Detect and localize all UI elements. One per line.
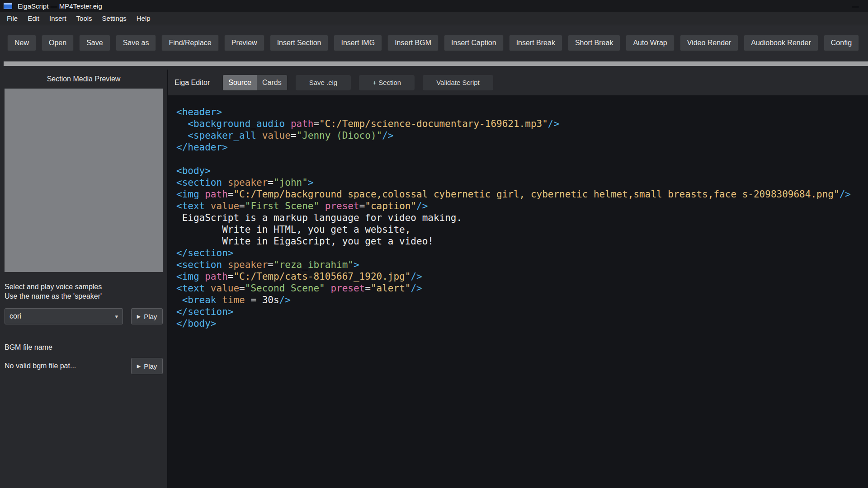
code-line: <img path="C:/Temp/background space,colo… — [176, 188, 868, 200]
toolbar-save-as-button[interactable]: Save as — [116, 35, 156, 51]
code-token: </section> — [176, 306, 233, 317]
code-token: value — [262, 130, 291, 141]
code-token: = — [239, 283, 245, 294]
code-token: <text — [176, 283, 211, 294]
code-token: /> — [410, 283, 422, 294]
code-token: Write in EigaScript, you get a video! — [176, 236, 434, 247]
menu-help[interactable]: Help — [132, 12, 156, 24]
code-line: <text value="Second Scene" preset="alert… — [176, 282, 868, 294]
code-token: value — [211, 201, 239, 211]
bgm-play-button[interactable]: ▶ Play — [131, 358, 163, 374]
code-line: <speaker_all value="Jenny (Dioco)"/> — [176, 130, 868, 141]
voice-hints: Select and play voice samples Use the na… — [5, 282, 167, 301]
toolbar-video-render-button[interactable]: Video Render — [680, 35, 739, 51]
menu-file[interactable]: File — [2, 12, 23, 24]
code-line: Write in EigaScript, you get a video! — [176, 235, 868, 247]
tab-source[interactable]: Source — [223, 75, 257, 90]
code-token: time — [222, 295, 245, 305]
toolbar-audiobook-render-button[interactable]: Audiobook Render — [744, 35, 818, 51]
code-line — [176, 153, 868, 165]
code-token: "C:/Temp/background space,colossal cyber… — [233, 189, 839, 200]
voice-select[interactable]: cori ▾ — [5, 308, 123, 324]
code-token: = — [365, 283, 371, 294]
toolbar-insert-break-button[interactable]: Insert Break — [509, 35, 562, 51]
code-token: speaker — [228, 259, 268, 270]
menu-insert[interactable]: Insert — [44, 12, 71, 24]
editor-save-eig-button[interactable]: Save .eig — [296, 75, 351, 90]
code-line: <img path="C:/Temp/cats-8105667_1920.jpg… — [176, 271, 868, 282]
code-token: "Second Scene" — [245, 283, 325, 294]
code-token: = — [268, 259, 274, 270]
code-line: <header> — [176, 106, 868, 118]
minimize-button[interactable]: — — [843, 0, 868, 12]
code-token: "C:/Temp/cats-8105667_1920.jpg" — [233, 271, 410, 282]
code-token — [319, 201, 325, 211]
code-token: > — [308, 177, 314, 188]
menu-settings[interactable]: Settings — [97, 12, 132, 24]
window-title: EigaScript — MP4Tester.eig — [18, 2, 102, 10]
code-token: = — [228, 189, 234, 200]
editor-section-button[interactable]: + Section — [359, 75, 415, 90]
eiga-editor-label: Eiga Editor — [175, 79, 210, 87]
toolbar-short-break-button[interactable]: Short Break — [568, 35, 620, 51]
voice-row: cori ▾ ▶ Play — [5, 308, 163, 324]
code-token: value — [211, 283, 239, 294]
menu-edit[interactable]: Edit — [23, 12, 44, 24]
code-token: <img — [176, 189, 205, 200]
voice-play-label: Play — [144, 313, 157, 320]
sidebar: Section Media Preview Select and play vo… — [0, 70, 167, 488]
bgm-status-text: No valid bgm file pat... — [5, 362, 76, 370]
voice-hint-line2: Use the name as the 'speaker' — [5, 291, 167, 301]
toolbar-insert-section-button[interactable]: Insert Section — [270, 35, 329, 51]
toolbar-save-button[interactable]: Save — [79, 35, 110, 51]
code-token: "Jenny (Dioco)" — [297, 130, 382, 141]
toolbar-insert-bgm-button[interactable]: Insert BGM — [387, 35, 439, 51]
code-line: </section> — [176, 306, 868, 318]
bgm-play-label: Play — [144, 362, 157, 370]
main-panel: Eiga Editor SourceCards Save .eig+ Secti… — [168, 70, 868, 488]
bgm-row: No valid bgm file pat... ▶ Play — [5, 358, 163, 374]
app-icon — [4, 3, 12, 9]
editor-view-tabs: SourceCards — [222, 75, 287, 91]
code-line: <background_audio path="C:/Temp/science-… — [176, 118, 868, 130]
menu-tools[interactable]: Tools — [71, 12, 97, 24]
toolbar-preview-button[interactable]: Preview — [224, 35, 264, 51]
code-token: = — [245, 295, 262, 305]
code-token: <section — [176, 177, 228, 188]
toolbar: NewOpenSaveSave asFind/ReplacePreviewIns… — [0, 25, 868, 61]
editor-validate-script-button[interactable]: Validate Script — [423, 75, 493, 90]
code-token: "alert" — [371, 283, 411, 294]
code-line: </body> — [176, 318, 868, 329]
code-token: /> — [382, 130, 393, 141]
toolbar-config-button[interactable]: Config — [824, 35, 859, 51]
section-media-preview-title: Section Media Preview — [0, 70, 167, 83]
voice-select-value: cori — [9, 312, 21, 320]
code-token: <body> — [176, 165, 211, 176]
code-token: speaker — [228, 177, 268, 188]
code-line: <section speaker="reza_ibrahim"> — [176, 259, 868, 271]
code-token: > — [354, 259, 359, 270]
bgm-file-name-label: BGM file name — [5, 343, 167, 352]
toolbar-insert-img-button[interactable]: Insert IMG — [334, 35, 382, 51]
progress-strip — [4, 61, 868, 66]
toolbar-insert-caption-button[interactable]: Insert Caption — [444, 35, 504, 51]
code-token: "caption" — [365, 201, 416, 211]
toolbar-find-replace-button[interactable]: Find/Replace — [161, 35, 218, 51]
code-token: "reza_ibrahim" — [274, 259, 354, 270]
toolbar-auto-wrap-button[interactable]: Auto Wrap — [626, 35, 674, 51]
code-token: "C:/Temp/science-documentary-169621.mp3" — [319, 118, 548, 129]
play-icon: ▶ — [137, 363, 141, 369]
code-token: <header> — [176, 107, 222, 117]
code-editor[interactable]: <header> <background_audio path="C:/Temp… — [168, 95, 868, 488]
voice-play-button[interactable]: ▶ Play — [131, 308, 163, 324]
code-token: <break — [176, 295, 222, 305]
code-token: Write in HTML, you get a website, — [176, 224, 410, 235]
code-token: /> — [548, 118, 559, 129]
code-token: = — [239, 201, 245, 211]
toolbar-open-button[interactable]: Open — [42, 35, 74, 51]
content: Section Media Preview Select and play vo… — [0, 70, 868, 488]
tab-cards[interactable]: Cards — [257, 75, 287, 90]
toolbar-new-button[interactable]: New — [7, 35, 36, 51]
chevron-down-icon: ▾ — [115, 313, 118, 320]
play-icon: ▶ — [137, 314, 141, 319]
